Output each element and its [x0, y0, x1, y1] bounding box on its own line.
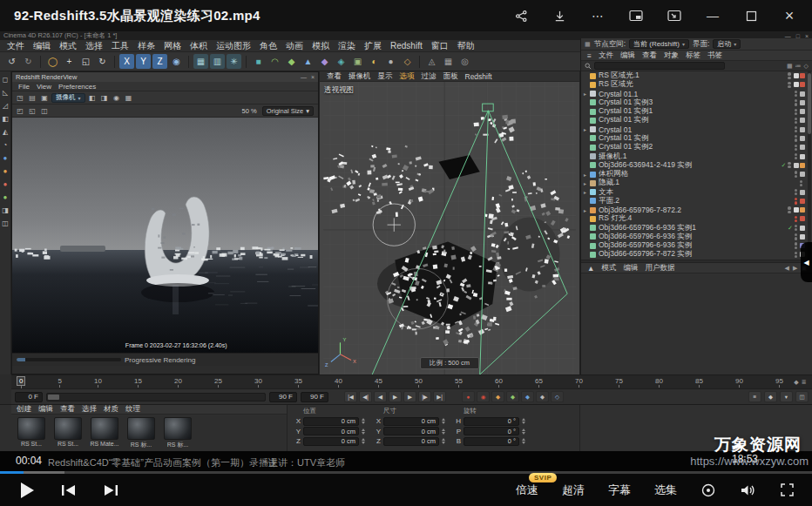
- c4d-menu-item[interactable]: 体积: [186, 40, 212, 52]
- visibility-dot-viewport[interactable]: [795, 91, 797, 93]
- episodes-button[interactable]: 选集: [654, 482, 677, 498]
- lock-y-icon[interactable]: Y: [136, 54, 151, 69]
- timeline-tick[interactable]: 5: [58, 375, 62, 388]
- tag-icon[interactable]: [800, 136, 805, 141]
- aov-icon[interactable]: ▦: [124, 92, 134, 103]
- timeline-options-icon[interactable]: ▾: [780, 391, 793, 402]
- save-icon[interactable]: ◳: [15, 92, 25, 103]
- visibility-dot-render[interactable]: [795, 112, 797, 115]
- visibility-dot-render[interactable]: [788, 211, 790, 213]
- up-arrow-icon[interactable]: ▲: [584, 264, 598, 273]
- stepper-icon[interactable]: [522, 417, 526, 426]
- timeline-tick[interactable]: 85: [695, 375, 703, 388]
- timeline-tick[interactable]: 35: [294, 375, 302, 388]
- coord-system-icon[interactable]: ◉: [169, 54, 184, 69]
- goto-start-button[interactable]: |◀: [344, 391, 357, 402]
- powerslider-handle[interactable]: [48, 395, 59, 400]
- tag-icon[interactable]: [794, 207, 799, 213]
- object-search-input[interactable]: [594, 62, 725, 70]
- c4d-menu-item[interactable]: 模式: [55, 40, 81, 52]
- tag-icon[interactable]: [800, 91, 805, 97]
- visibility-dots[interactable]: [795, 189, 797, 195]
- prev-frame-button[interactable]: ◀: [374, 391, 387, 402]
- c4d-menu-item[interactable]: 角色: [255, 40, 281, 52]
- timeline-tick[interactable]: 60: [495, 375, 503, 388]
- visibility-dots[interactable]: [788, 162, 790, 168]
- visibility-dots[interactable]: [795, 233, 797, 240]
- visibility-dot-viewport[interactable]: [795, 198, 797, 200]
- nav-back-icon[interactable]: ◀: [785, 265, 789, 272]
- video-frame[interactable]: Cinema 4D R26.107 (RC) - [未命名 1 *] — □ ×…: [0, 31, 812, 451]
- add-material-icon[interactable]: ●: [383, 54, 398, 69]
- visibility-dot-render[interactable]: [795, 192, 797, 195]
- timeline-ruler[interactable]: 05101520253035404550556065707580859095: [11, 374, 788, 388]
- goto-end-button[interactable]: ▶|: [433, 391, 446, 402]
- object-row[interactable]: RS 区域光: [581, 80, 812, 89]
- timeline-tick[interactable]: 50: [415, 375, 423, 388]
- visibility-dot-render[interactable]: [795, 237, 797, 240]
- coordinate-input[interactable]: 0 cm: [383, 417, 439, 426]
- visibility-dots[interactable]: [795, 145, 797, 151]
- minimize-icon[interactable]: —: [706, 9, 720, 23]
- object-row[interactable]: Crystal 01 实例: [581, 116, 812, 125]
- timeline-tick[interactable]: 15: [134, 375, 142, 388]
- renderview-menu-item[interactable]: File: [15, 83, 33, 91]
- tool-pen-icon[interactable]: ◺: [1, 88, 10, 98]
- visibility-dot-render[interactable]: [795, 255, 797, 258]
- visibility-dot-viewport[interactable]: [795, 252, 797, 254]
- close-icon[interactable]: ×: [782, 9, 796, 23]
- timeline-tick[interactable]: 95: [775, 375, 783, 388]
- material-thumbnail[interactable]: [17, 417, 45, 440]
- tag-icon[interactable]: [800, 199, 805, 204]
- visibility-dot-render[interactable]: [795, 121, 797, 124]
- render-picture-viewer-icon[interactable]: ▥: [210, 54, 225, 69]
- timeline-tick[interactable]: 0: [17, 375, 25, 388]
- material-item[interactable]: RS 标...: [125, 417, 158, 449]
- material-thumbnail[interactable]: [164, 417, 192, 440]
- render-view-icon[interactable]: ▦: [193, 54, 208, 69]
- expand-arrow-icon[interactable]: ▸: [584, 180, 590, 186]
- material-menu-item[interactable]: 查看: [57, 404, 78, 415]
- object-manager-menu-item[interactable]: 书签: [704, 51, 726, 61]
- mode-workplane-icon[interactable]: ◫: [1, 219, 10, 228]
- stepper-icon[interactable]: [362, 417, 366, 426]
- sort-icon[interactable]: ≔: [795, 63, 802, 70]
- viewport-menu-item[interactable]: 查看: [323, 71, 345, 82]
- object-manager-menu-item[interactable]: 标签: [682, 51, 704, 61]
- object-manager-menu-item[interactable]: 对象: [660, 51, 682, 61]
- visibility-dot-render[interactable]: [788, 85, 790, 88]
- mode-polygons-icon[interactable]: ●: [1, 179, 10, 189]
- visibility-dots[interactable]: [795, 225, 797, 231]
- c4d-menu-item[interactable]: 窗口: [427, 40, 453, 52]
- attribute-manager-menu-item[interactable]: 用户数据: [641, 263, 678, 273]
- expand-arrow-icon[interactable]: ▸: [584, 91, 590, 97]
- visibility-dots[interactable]: [788, 72, 790, 78]
- episode-drawer-handle[interactable]: ◀: [801, 242, 812, 282]
- coordinate-input[interactable]: 0 °: [464, 437, 519, 446]
- coordinate-input[interactable]: 0 cm: [303, 417, 359, 426]
- captions-button[interactable]: 字幕: [608, 482, 631, 498]
- viewport-menu-item[interactable]: 面板: [440, 71, 462, 82]
- visibility-dot-viewport[interactable]: [795, 99, 797, 102]
- lock-z-icon[interactable]: Z: [152, 54, 167, 69]
- tag-icon[interactable]: [800, 172, 805, 177]
- camera-dropdown[interactable]: 摄像机 ▾: [51, 93, 85, 103]
- c4d-menu-item[interactable]: 编辑: [29, 40, 55, 52]
- tool-knife-icon[interactable]: ◿: [1, 101, 10, 111]
- visibility-dots[interactable]: [788, 206, 790, 213]
- material-thumbnail[interactable]: [127, 417, 155, 440]
- visibility-dot-viewport[interactable]: [795, 242, 797, 245]
- material-menu-item[interactable]: 编辑: [35, 404, 57, 415]
- path-icon[interactable]: ◇: [804, 63, 809, 70]
- viewport-menu-item[interactable]: 显示: [375, 71, 396, 82]
- stepper-icon[interactable]: [442, 417, 446, 426]
- c4d-menu-item[interactable]: 样条: [133, 40, 159, 52]
- range-end-field[interactable]: 90 F: [301, 392, 328, 402]
- compare-icon[interactable]: ◫: [39, 105, 50, 116]
- playback-rate-icon[interactable]: ≡: [748, 391, 761, 402]
- visibility-dots[interactable]: [795, 252, 797, 258]
- object-row[interactable]: 平面.2: [581, 197, 812, 206]
- maximize-icon[interactable]: [744, 9, 758, 23]
- autokey-button[interactable]: ◉: [477, 391, 490, 402]
- hamburger-icon[interactable]: ≡: [584, 51, 595, 60]
